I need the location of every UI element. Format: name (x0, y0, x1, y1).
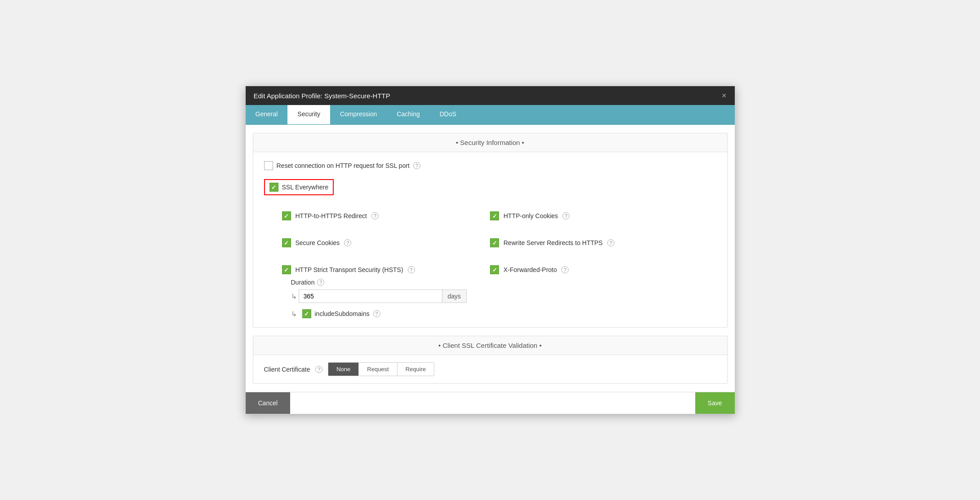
modal-title: Edit Application Profile: System-Secure-… (254, 92, 390, 100)
duration-label-row: Duration ? (291, 279, 490, 286)
x-forwarded-proto-row: X-Forwarded-Proto ? (490, 265, 716, 274)
tab-compression[interactable]: Compression (330, 105, 387, 124)
x-forwarded-proto-help-icon[interactable]: ? (561, 266, 569, 273)
rewrite-server-redirects-label: Rewrite Server Redirects to HTTPS (503, 239, 603, 246)
modal-header: Edit Application Profile: System-Secure-… (246, 86, 735, 105)
duration-help-icon[interactable]: ? (317, 279, 324, 286)
include-subdomains-help-icon[interactable]: ? (373, 310, 380, 317)
client-cert-row: Client Certificate ? None Request Requir… (253, 355, 727, 383)
client-certificate-help-icon[interactable]: ? (315, 366, 322, 373)
rewrite-server-redirects-checkbox[interactable] (490, 238, 499, 247)
reset-connection-help-icon[interactable]: ? (413, 162, 420, 169)
security-info-content: Reset connection on HTTP request for SSL… (253, 152, 727, 327)
ssl-everywhere-row: SSL Everywhere (264, 179, 334, 195)
http-only-cookies-help-icon[interactable]: ? (562, 212, 569, 219)
secure-cookies-row: Secure Cookies ? (264, 238, 490, 247)
security-info-title: • Security Information • (253, 133, 727, 152)
reset-connection-label: Reset connection on HTTP request for SSL… (277, 162, 410, 169)
rewrite-server-redirects-help-icon[interactable]: ? (607, 239, 614, 246)
client-cert-request-button[interactable]: Request (359, 363, 397, 376)
tab-bar: General Security Compression Caching DDo… (246, 105, 735, 125)
ssl-suboptions-right: HTTP-only Cookies ? Rewrite Server Redir… (490, 211, 716, 318)
hsts-help-icon[interactable]: ? (408, 266, 415, 273)
client-certificate-label: Client Certificate (264, 366, 310, 373)
hsts-checkbox[interactable] (282, 265, 291, 274)
duration-input-row: ↳ days (291, 289, 490, 303)
client-certificate-btn-group: None Request Require (328, 362, 434, 376)
tab-caching[interactable]: Caching (387, 105, 429, 124)
hsts-row: HTTP Strict Transport Security (HSTS) ? (264, 265, 490, 274)
cancel-button[interactable]: Cancel (246, 392, 291, 414)
security-information-section: • Security Information • Reset connectio… (253, 133, 728, 328)
http-only-cookies-row: HTTP-only Cookies ? (490, 211, 716, 220)
reset-connection-checkbox[interactable] (264, 161, 273, 170)
include-subdomains-row: ↳ includeSubdomains ? (291, 309, 490, 318)
http-to-https-label: HTTP-to-HTTPS Redirect (296, 212, 367, 219)
x-forwarded-proto-label: X-Forwarded-Proto (503, 266, 557, 273)
ssl-suboptions-left: HTTP-to-HTTPS Redirect ? Secure Cookies … (264, 211, 490, 318)
hsts-label: HTTP Strict Transport Security (HSTS) (296, 266, 403, 273)
x-forwarded-proto-checkbox[interactable] (490, 265, 499, 274)
secure-cookies-help-icon[interactable]: ? (344, 239, 351, 246)
client-ssl-section: • Client SSL Certificate Validation • Cl… (253, 336, 728, 384)
http-to-https-row: HTTP-to-HTTPS Redirect ? (264, 211, 490, 220)
duration-unit: days (442, 289, 467, 303)
ssl-suboptions: HTTP-to-HTTPS Redirect ? Secure Cookies … (264, 211, 716, 318)
close-button[interactable]: × (722, 92, 727, 100)
ssl-everywhere-checkbox[interactable] (269, 183, 278, 192)
include-subdomains-checkbox[interactable] (302, 309, 311, 318)
client-ssl-title: • Client SSL Certificate Validation • (253, 336, 727, 355)
secure-cookies-checkbox[interactable] (282, 238, 291, 247)
http-to-https-checkbox[interactable] (282, 211, 291, 220)
duration-label: Duration (291, 279, 315, 286)
client-cert-require-button[interactable]: Require (397, 363, 434, 376)
duration-input[interactable] (299, 289, 442, 303)
http-to-https-help-icon[interactable]: ? (371, 212, 379, 219)
include-subdomains-label: includeSubdomains (315, 310, 370, 317)
tab-security[interactable]: Security (287, 105, 330, 124)
save-button[interactable]: Save (695, 392, 735, 414)
tab-ddos[interactable]: DDoS (430, 105, 466, 124)
rewrite-server-redirects-row: Rewrite Server Redirects to HTTPS ? (490, 238, 716, 247)
modal-body: • Security Information • Reset connectio… (246, 125, 735, 392)
duration-arrow-icon: ↳ (291, 292, 297, 301)
http-only-cookies-label: HTTP-only Cookies (503, 212, 558, 219)
secure-cookies-label: Secure Cookies (296, 239, 340, 246)
tab-general[interactable]: General (246, 105, 288, 124)
http-only-cookies-checkbox[interactable] (490, 211, 499, 220)
ssl-everywhere-label: SSL Everywhere (282, 184, 329, 191)
modal-footer: Cancel Save (246, 392, 735, 414)
hsts-group: HTTP Strict Transport Security (HSTS) ? … (264, 265, 490, 318)
reset-connection-row: Reset connection on HTTP request for SSL… (264, 161, 716, 170)
modal: Edit Application Profile: System-Secure-… (245, 86, 735, 414)
client-cert-none-button[interactable]: None (328, 363, 359, 376)
subdomains-arrow-icon: ↳ (291, 310, 297, 318)
